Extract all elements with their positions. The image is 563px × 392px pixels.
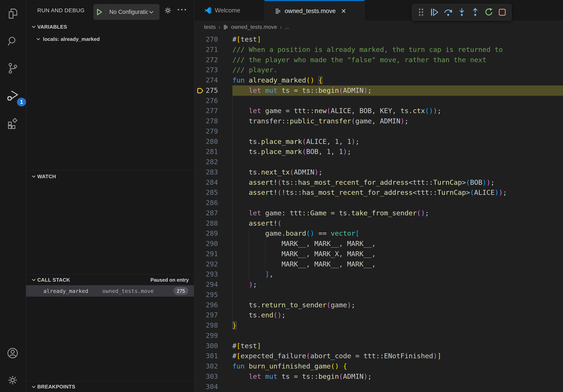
- code-line-298[interactable]: 298}: [194, 320, 563, 331]
- code-line-299[interactable]: 299: [194, 331, 563, 341]
- line-number: 287: [194, 208, 218, 218]
- chevron-down-icon: [31, 24, 37, 30]
- code-line-276[interactable]: 276: [194, 96, 563, 106]
- start-debugging-icon[interactable]: [94, 9, 105, 16]
- code-line-289[interactable]: 289 game.board() == vector[: [194, 228, 563, 239]
- run-and-debug-sidebar: RUN AND DEBUG No Configurations ··· V: [26, 0, 194, 392]
- section-watch[interactable]: WATCH: [26, 171, 194, 182]
- code-line-294[interactable]: 294 );: [194, 279, 563, 290]
- line-number: 284: [194, 177, 218, 188]
- tab-welcome[interactable]: Welcome: [194, 0, 265, 21]
- launch-configuration-dropdown[interactable]: No Configurations: [93, 4, 159, 20]
- run-and-debug-icon[interactable]: 1: [6, 89, 19, 103]
- code-line-275[interactable]: 275 let mut ts = ts::begin(ADMIN);: [194, 85, 563, 96]
- code-line-304[interactable]: 304: [194, 382, 563, 392]
- line-number: 270: [194, 34, 218, 45]
- chevron-right-icon: ›: [280, 24, 282, 30]
- call-stack-frame[interactable]: already_marked owned_tests.move 275: [26, 285, 194, 297]
- line-number: 293: [194, 269, 218, 279]
- tab-label: owned_tests.move: [285, 8, 335, 15]
- code-line-303[interactable]: 303 let mut ts = ts::begin(ADMIN);: [194, 371, 563, 382]
- code-line-280[interactable]: 280 ts.place_mark(ALICE, 1, 1);: [194, 137, 563, 147]
- drag-handle-icon[interactable]: [415, 6, 427, 19]
- line-number: 295: [194, 290, 218, 300]
- step-into-button[interactable]: [456, 6, 468, 19]
- code-line-302[interactable]: 302fun burn_unfinished_game() {: [194, 361, 563, 371]
- close-icon[interactable]: ×: [341, 7, 346, 15]
- code-text: MARK__, MARK__, MARK__,: [232, 259, 376, 269]
- code-line-283[interactable]: 283 ts.next_tx(ADMIN);: [194, 167, 563, 177]
- code-line-278[interactable]: 278 transfer::public_transfer(game, ADMI…: [194, 116, 563, 126]
- settings-gear-icon[interactable]: [6, 374, 19, 387]
- section-breakpoints[interactable]: BREAKPOINTS: [26, 381, 194, 392]
- code-line-287[interactable]: 287 let game: ttt::Game = ts.take_from_s…: [194, 208, 563, 218]
- line-number: 278: [194, 116, 218, 126]
- source-control-icon[interactable]: [6, 62, 19, 75]
- line-number: 271: [194, 45, 218, 55]
- code-line-285[interactable]: 285 assert!(!ts::has_most_recent_for_add…: [194, 187, 563, 198]
- code-line-290[interactable]: 290 MARK__, MARK__, MARK__,: [194, 239, 563, 249]
- code-line-277[interactable]: 277 let game = ttt::new(ALICE, BOB, KEY,…: [194, 106, 563, 116]
- code-line-270[interactable]: 270#[test]: [194, 34, 563, 45]
- code-text: assert!(ts::has_most_recent_for_address<…: [232, 177, 495, 188]
- stop-button[interactable]: [496, 6, 509, 19]
- code-text: assert!(!ts::has_most_recent_for_address…: [232, 187, 507, 198]
- code-line-288[interactable]: 288 assert!(: [194, 218, 563, 229]
- line-number: 298: [194, 320, 218, 331]
- step-over-button[interactable]: [442, 6, 455, 19]
- chevron-down-icon: [36, 36, 41, 42]
- code-line-286[interactable]: 286: [194, 198, 563, 208]
- tab-label: Welcome: [215, 7, 240, 14]
- more-actions-icon[interactable]: ···: [177, 0, 188, 19]
- call-stack-section-label: CALL STACK: [37, 274, 70, 285]
- extensions-icon[interactable]: [6, 117, 19, 130]
- code-text: ts.next_tx(ADMIN);: [232, 167, 322, 177]
- code-line-271[interactable]: 271/// When a position is already marked…: [194, 45, 563, 55]
- code-line-295[interactable]: 295: [194, 290, 563, 300]
- code-line-297[interactable]: 297 ts.end();: [194, 310, 563, 320]
- code-line-291[interactable]: 291 MARK__, MARK_X, MARK__,: [194, 249, 563, 259]
- activity-bar: 1: [0, 0, 26, 392]
- code-line-279[interactable]: 279: [194, 126, 563, 137]
- debug-settings-gear-icon[interactable]: [164, 6, 172, 15]
- breadcrumb-symbol-more[interactable]: ...: [285, 24, 289, 30]
- breadcrumb-file[interactable]: owned_tests.move: [231, 24, 277, 30]
- section-call-stack[interactable]: CALL STACK Paused on entry: [26, 274, 194, 285]
- breadcrumb-folder[interactable]: tests: [204, 24, 216, 30]
- restart-button[interactable]: [483, 6, 495, 19]
- watch-section-label: WATCH: [37, 171, 56, 182]
- line-number: 281: [194, 147, 218, 157]
- code-line-301[interactable]: 301#[expected_failure(abort_code = ttt::…: [194, 351, 563, 361]
- code-line-282[interactable]: 282: [194, 157, 563, 167]
- code-line-273[interactable]: 273/// player.: [194, 65, 563, 75]
- breakpoints-section-label: BREAKPOINTS: [37, 381, 75, 392]
- chevron-right-icon: ›: [218, 24, 220, 30]
- code-editor[interactable]: 270#[test]271/// When a position is alre…: [194, 33, 563, 392]
- code-text: );: [232, 279, 257, 290]
- search-icon[interactable]: [6, 35, 19, 48]
- code-line-296[interactable]: 296 ts.return_to_sender(game);: [194, 300, 563, 310]
- variables-scope-locals[interactable]: locals: already_marked: [26, 34, 194, 44]
- tab-owned-tests-move[interactable]: owned_tests.move ×: [265, 0, 365, 21]
- move-file-icon: [275, 8, 282, 14]
- continue-button[interactable]: [428, 6, 441, 19]
- code-line-281[interactable]: 281 ts.place_mark(BOB, 1, 1);: [194, 147, 563, 157]
- section-variables[interactable]: VARIABLES: [26, 22, 194, 32]
- code-text: /// the player who made the "false" move…: [232, 55, 486, 65]
- code-text: MARK__, MARK_X, MARK__,: [232, 249, 376, 259]
- step-out-button[interactable]: [469, 6, 482, 19]
- code-line-293[interactable]: 293 ],: [194, 269, 563, 279]
- account-icon[interactable]: [6, 347, 19, 360]
- code-line-272[interactable]: 272/// the player who made the "false" m…: [194, 55, 563, 65]
- code-line-300[interactable]: 300#[test]: [194, 341, 563, 351]
- line-number: 277: [194, 106, 218, 116]
- code-line-292[interactable]: 292 MARK__, MARK__, MARK__,: [194, 259, 563, 269]
- code-text: ],: [232, 269, 273, 279]
- line-number: 283: [194, 167, 218, 177]
- line-number: 303: [194, 371, 218, 382]
- code-text: #[expected_failure(abort_code = ttt::ENo…: [232, 351, 441, 361]
- code-line-284[interactable]: 284 assert!(ts::has_most_recent_for_addr…: [194, 177, 563, 188]
- line-number: 297: [194, 310, 218, 320]
- explorer-icon[interactable]: [6, 7, 19, 20]
- code-line-274[interactable]: 274fun already_marked() {: [194, 75, 563, 85]
